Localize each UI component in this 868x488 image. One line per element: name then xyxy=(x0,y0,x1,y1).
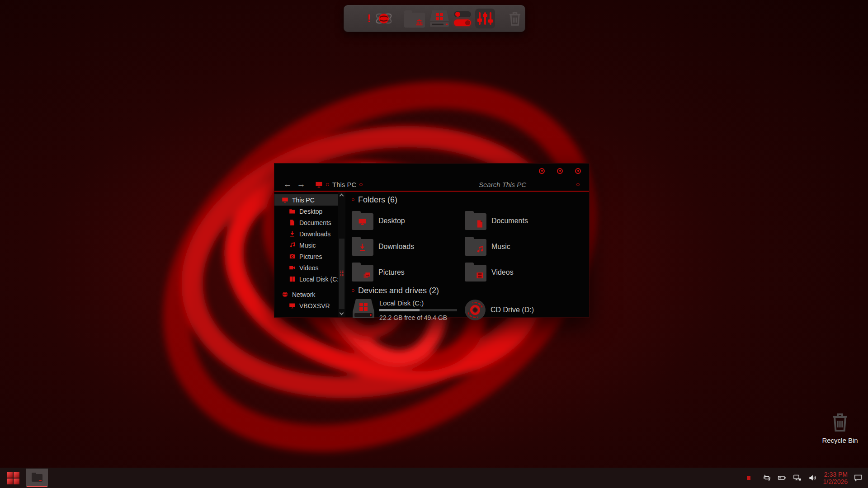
devices-group-header[interactable]: Devices and drives (2) xyxy=(352,285,589,296)
start-button[interactable] xyxy=(4,469,23,487)
windows-drive-icon xyxy=(429,9,450,28)
scroll-up-icon[interactable] xyxy=(340,194,344,198)
pictures-icon xyxy=(363,271,371,280)
tile-music[interactable]: Music xyxy=(465,234,578,259)
folder-icon xyxy=(32,474,42,482)
file-explorer-window: ← → This PC Search This PC This PC Deskt… xyxy=(274,163,590,318)
windows-icon xyxy=(289,276,296,282)
maximize-button[interactable] xyxy=(557,168,563,174)
collapse-icon[interactable] xyxy=(352,198,354,201)
collapse-icon[interactable] xyxy=(352,289,354,292)
download-icon xyxy=(358,243,367,252)
dock-drive-button[interactable] xyxy=(429,8,450,29)
network-icon[interactable] xyxy=(793,474,802,482)
sliders-icon xyxy=(475,9,495,28)
scrollbar-thumb[interactable] xyxy=(339,239,344,309)
taskbar-file-explorer-button[interactable] xyxy=(26,469,48,487)
sidebar-item-documents[interactable]: Documents xyxy=(274,217,338,228)
forward-button[interactable]: → xyxy=(294,179,308,189)
content-pane: Folders (6) Desktop Documents Downloads xyxy=(345,192,589,317)
display-sync-icon[interactable] xyxy=(763,474,771,482)
tile-videos[interactable]: Videos xyxy=(465,259,578,285)
recycle-bin-shortcut[interactable]: Recycle Bin xyxy=(818,411,862,444)
tile-local-disk[interactable]: Local Disk (C:) 22.2 GB free of 49.4 GB xyxy=(352,298,465,321)
chevron-icon[interactable] xyxy=(359,183,363,186)
dock-this-pc-button[interactable]: ! xyxy=(349,8,371,29)
search-icon xyxy=(576,183,580,186)
tile-pictures[interactable]: Pictures xyxy=(352,259,465,285)
sidebar-item-music[interactable]: Music xyxy=(274,239,338,251)
recycle-bin-icon xyxy=(829,411,851,433)
search-input[interactable]: Search This PC xyxy=(479,181,583,188)
disk-usage-fill xyxy=(379,309,420,311)
sidebar-item-pictures[interactable]: Pictures xyxy=(274,251,338,262)
globe-icon xyxy=(282,291,288,298)
drive-tiles: Local Disk (C:) 22.2 GB free of 49.4 GB … xyxy=(352,298,589,321)
drive-name: CD Drive (D:) xyxy=(491,306,534,314)
hard-drive-icon xyxy=(352,298,375,319)
tile-desktop[interactable]: Desktop xyxy=(352,208,465,234)
alert-icon: ! xyxy=(367,13,371,24)
monitor-icon xyxy=(289,302,296,309)
document-icon xyxy=(476,220,484,228)
grip-dots-icon xyxy=(340,270,344,277)
recycle-bin-label: Recycle Bin xyxy=(818,436,862,444)
taskbar-clock[interactable]: 2:33 PM 1/2/2026 xyxy=(823,471,848,485)
toggle-switches-icon xyxy=(454,11,471,26)
tile-downloads[interactable]: Downloads xyxy=(352,234,465,259)
notification-icon[interactable] xyxy=(854,474,863,482)
scroll-down-icon[interactable] xyxy=(340,311,344,315)
system-tray: 2:33 PM 1/2/2026 xyxy=(747,471,868,485)
dock: ! xyxy=(344,5,525,32)
dock-trash-button[interactable] xyxy=(507,8,523,29)
music-icon xyxy=(476,245,484,254)
tile-cd-drive[interactable]: CD Drive (D:) xyxy=(465,298,578,321)
clock-date: 1/2/2026 xyxy=(823,478,848,485)
monitor-icon xyxy=(282,197,288,203)
trash-icon xyxy=(507,10,523,27)
sidebar-item-network[interactable]: Network xyxy=(274,289,338,300)
tile-documents[interactable]: Documents xyxy=(465,208,578,234)
close-button[interactable] xyxy=(575,168,581,174)
search-placeholder: Search This PC xyxy=(479,181,526,188)
folder-icon xyxy=(465,239,486,256)
sidebar-item-downloads[interactable]: Downloads xyxy=(274,228,338,239)
address-breadcrumb[interactable]: This PC xyxy=(332,181,356,188)
monitor-icon xyxy=(358,217,367,226)
dock-mixer-button[interactable] xyxy=(475,8,495,29)
monitor-icon xyxy=(315,181,323,188)
folder-icon xyxy=(289,208,296,215)
dock-folder-button[interactable] xyxy=(404,8,425,29)
sidebar-item-desktop[interactable]: Desktop xyxy=(274,206,338,217)
dock-network-button[interactable] xyxy=(375,8,392,29)
taskbar: 2:33 PM 1/2/2026 xyxy=(0,468,868,488)
title-bar xyxy=(274,164,589,178)
hidden-icons-indicator[interactable] xyxy=(747,476,750,480)
back-button[interactable]: ← xyxy=(281,179,294,189)
download-icon xyxy=(289,230,296,237)
navigation-pane: This PC Desktop Documents Downloads Musi… xyxy=(274,192,338,317)
film-icon xyxy=(476,271,484,280)
folder-icon xyxy=(465,213,486,230)
speaker-icon[interactable] xyxy=(808,474,817,482)
sidebar-item-videos[interactable]: Videos xyxy=(274,262,338,273)
sidebar-item-local-disk[interactable]: Local Disk (C:) xyxy=(274,273,338,285)
folders-group-header[interactable]: Folders (6) xyxy=(352,194,589,205)
drive-detail: 22.2 GB free of 49.4 GB xyxy=(379,314,457,321)
folder-icon xyxy=(352,265,373,282)
sidebar-item-this-pc[interactable]: This PC xyxy=(274,194,338,206)
folder-icon xyxy=(352,239,373,256)
clock-time: 2:33 PM xyxy=(823,471,848,478)
disk-usage-bar xyxy=(379,309,457,311)
drive-name: Local Disk (C:) xyxy=(379,299,457,307)
chevron-icon[interactable] xyxy=(326,183,329,186)
battery-icon[interactable] xyxy=(777,474,787,482)
video-icon xyxy=(289,264,296,271)
sidebar-scrollbar[interactable] xyxy=(338,192,345,317)
document-icon xyxy=(289,219,296,226)
folder-tiles: Desktop Documents Downloads Music Pictur… xyxy=(352,208,589,285)
music-icon xyxy=(289,242,296,249)
minimize-button[interactable] xyxy=(539,168,545,174)
sidebar-item-vboxsvr[interactable]: VBOXSVR xyxy=(274,300,338,311)
dock-settings-button[interactable] xyxy=(454,8,471,29)
